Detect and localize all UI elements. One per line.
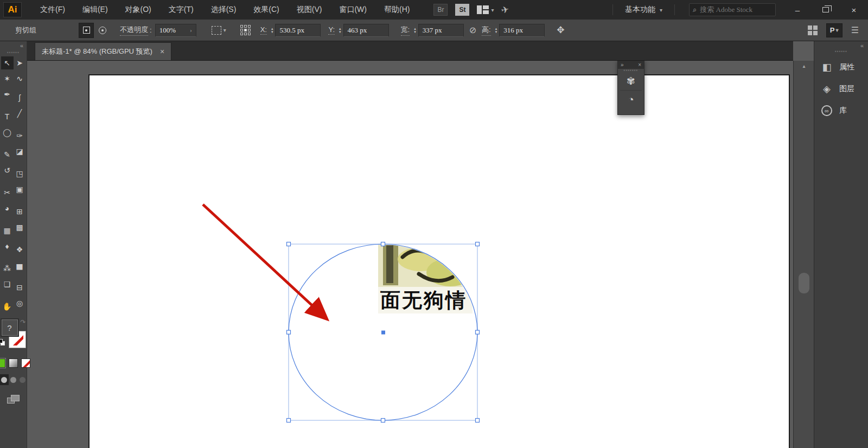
menu-select[interactable]: 选择(S) [202,1,245,19]
menu-window[interactable]: 窗口(W) [330,1,375,19]
y-stepper[interactable]: ▴▾ [339,27,341,34]
zoom-tool[interactable]: ◎ [14,297,26,310]
panel-toggle-button[interactable]: P▾ [826,23,843,37]
panel-tab-libraries[interactable]: ∞ 库 [814,100,868,121]
eyedropper-tool[interactable]: ♦ [1,240,14,253]
y-field[interactable]: 463 px [343,24,389,37]
gradient-tool[interactable]: ▩ [14,221,26,234]
opacity-field[interactable]: 100% › [155,24,196,37]
workspace-switcher[interactable]: 基本功能 ▾ [620,5,668,15]
rotate-tool[interactable]: ↺ [1,164,14,177]
draw-behind-mode[interactable] [9,374,18,385]
document-tab[interactable]: 未标题-1* @ 84% (RGB/GPU 预览) × [35,42,171,60]
shape-builder-tool[interactable]: ◕ [1,202,14,215]
none-swatch-button[interactable] [21,359,30,368]
scale-tool[interactable]: ◳ [14,167,26,180]
x-field[interactable]: 530.5 px [275,24,321,37]
collapse-panel-icon[interactable]: « [17,41,27,50]
curvature-tool[interactable]: ʃ [14,91,26,104]
height-stepper[interactable]: ▴▾ [495,27,497,34]
align-icon[interactable]: ✥ [557,24,564,36]
slice-tool[interactable]: ⊟ [14,281,26,294]
restore-button[interactable] [812,0,840,20]
fill-swatch[interactable]: ? [2,319,18,336]
edit-clipping-path-button[interactable] [79,23,94,38]
width-field[interactable]: 337 px [418,24,464,37]
illustrator-logo: Ai [3,2,22,17]
menu-icon[interactable]: ☰ [851,25,859,35]
tab-close-icon[interactable]: × [160,47,164,56]
line-segment-tool[interactable]: ╱ [14,107,26,120]
blend-tool[interactable]: ❖ [14,243,26,256]
menu-view[interactable]: 视图(V) [288,1,331,19]
artboard-tool[interactable]: ❏ [1,278,14,291]
draw-behind-icon [10,377,16,383]
menu-type[interactable]: 文字(T) [160,1,202,19]
eraser-tool[interactable]: ◪ [14,145,26,158]
selection-tool[interactable]: ↖ [1,56,14,69]
grid-view-icon[interactable] [808,25,818,35]
paintbrush-tool[interactable]: ✑ [14,129,26,142]
close-button[interactable]: × [840,0,868,20]
menu-bar: Ai 文件(F) 编辑(E) 对象(O) 文字(T) 选择(S) 效果(C) 视… [0,0,868,20]
free-transform-tool[interactable]: ▣ [14,183,26,196]
pen-tool[interactable]: ✒ [1,88,14,101]
menu-file[interactable]: 文件(F) [31,1,74,19]
perspective-grid-tool[interactable]: ⊞ [14,205,26,218]
drag-grip[interactable]: ▪▪▪▪▪▪ [7,51,20,54]
direct-selection-tool[interactable]: ➤ [14,56,26,69]
gpu-performance-icon[interactable]: ✈ [500,3,510,16]
menu-object[interactable]: 对象(O) [117,1,160,19]
search-input[interactable] [700,5,765,14]
column-graph-tool[interactable]: ▅ [14,259,26,272]
color-panel-icon[interactable]: ✾ [618,72,644,90]
panel-tab-layers[interactable]: ◈ 图层 [814,78,868,100]
reference-point-locator[interactable] [240,25,251,35]
drag-grip[interactable]: ▪▪▪▪▪▪ [814,50,868,53]
x-stepper[interactable]: ▴▾ [271,27,273,34]
magic-wand-tool[interactable]: ✶ [1,72,14,85]
draw-normal-mode[interactable] [0,374,9,385]
panel-tab-properties[interactable]: ◧ 属性 [814,56,868,78]
gradient-panel-icon[interactable]: ◔ [618,91,644,109]
hand-tool[interactable]: ✋ [1,300,14,313]
shaper-tool[interactable]: ✎ [1,148,14,161]
selection-context-label: 剪切组 [15,25,36,35]
menu-help[interactable]: 帮助(H) [375,1,418,19]
screen-mode-button[interactable] [7,395,20,405]
width-tool[interactable]: ✂ [1,186,14,199]
expand-panel-icon[interactable]: » [621,62,624,68]
canvas-pasteboard[interactable] [27,61,793,448]
scroll-up-icon[interactable]: ▴ [794,63,814,69]
bridge-button[interactable]: Br [433,4,448,16]
vertical-scrollbar[interactable]: ▴ [793,61,814,448]
collapse-dock-icon[interactable]: « [860,42,864,49]
default-fill-stroke-icon[interactable] [0,339,5,345]
close-panel-icon[interactable]: × [638,62,641,68]
width-stepper[interactable]: ▴▾ [414,27,416,34]
restore-icon [822,7,829,12]
swap-fill-stroke-icon[interactable]: ↷ [20,318,25,326]
menu-effect[interactable]: 效果(C) [245,1,288,19]
constrain-proportions-icon[interactable]: ⊘ [469,25,476,35]
ellipse-tool[interactable]: ◯ [1,126,14,139]
type-tool[interactable]: T [1,110,14,123]
height-field[interactable]: 316 px [499,24,545,37]
lasso-tool[interactable]: ∿ [14,72,26,85]
color-swatch-button[interactable] [0,359,5,368]
stock-button[interactable]: St [455,4,469,16]
opacity-label[interactable]: 不透明度 [120,25,148,36]
transform-widget-toggle[interactable]: ▾ [212,26,226,35]
gradient-swatch-button[interactable] [9,359,18,368]
scrollbar-thumb[interactable] [799,273,809,293]
mesh-tool[interactable]: ▦ [1,224,14,237]
draw-inside-mode[interactable] [18,374,27,385]
minimize-button[interactable]: – [783,0,812,20]
opacity-more-icon[interactable]: › [190,27,192,33]
edit-contents-button[interactable] [95,23,110,38]
arrange-documents-button[interactable]: ▾ [477,5,494,14]
menu-edit[interactable]: 编辑(E) [74,1,117,19]
artboard[interactable] [88,74,790,448]
symbol-sprayer-tool[interactable]: ⁂ [1,262,14,275]
stock-search[interactable]: ⌕ [689,3,776,16]
